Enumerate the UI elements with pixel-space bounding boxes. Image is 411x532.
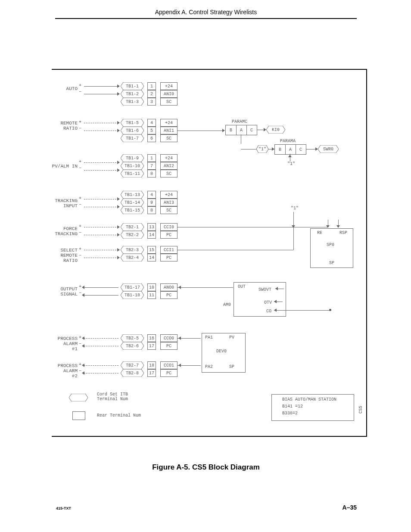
wire-dashed (84, 250, 118, 250)
hex-label: TB1-10 (125, 164, 140, 168)
num-box: 1 (147, 82, 156, 90)
hex-tb1-3: TB1-3 (121, 98, 144, 106)
wire-dashed (84, 131, 118, 131)
num-box: 3 (147, 98, 156, 106)
num-box: 14 (147, 231, 156, 239)
hex-label: TB1-6 (126, 128, 139, 133)
wire-dashed (84, 199, 118, 199)
hex-label: TB1-2 (126, 92, 139, 96)
arrowhead (274, 300, 277, 303)
num-box: 5 (147, 127, 156, 134)
type-box: SC (160, 206, 177, 214)
hex-tb1-5: TB1-5 (121, 119, 144, 127)
arrowhead (336, 225, 340, 228)
arrowhead (178, 336, 181, 340)
wire-dashed (84, 346, 118, 346)
hex-label: TB1-11 (125, 171, 140, 176)
type-box: ANI0 (160, 90, 177, 98)
num-box: 17 (147, 369, 156, 377)
polarity-minus: − (79, 369, 81, 373)
diagram: AUTO + − TB1-1 TB1-2 TB1-3 1 2 3 +24 ANI… (52, 69, 366, 435)
type-box: SC (160, 134, 177, 142)
parama-label: PARAMA (280, 139, 296, 143)
polarity-plus: + (79, 159, 81, 164)
arrowhead (326, 225, 330, 228)
wire-dashed (84, 365, 118, 366)
hex-tb1-2: TB1-2 (121, 90, 144, 98)
hex-label: TB2-1 (126, 225, 139, 230)
wire-dashed (84, 338, 118, 339)
hex-tb2-5: TB2-5 (121, 334, 144, 342)
dev0-pv: PV (229, 335, 234, 340)
sp0-sp: SP (329, 261, 334, 265)
polarity-plus: + (79, 224, 81, 229)
label-remote-ratio: REMOTERATIO (52, 121, 78, 131)
hex-tb2-2: TB2-2 (121, 231, 144, 239)
arrowhead (178, 364, 181, 367)
num-box: 8 (147, 170, 156, 177)
svg-marker-25 (69, 394, 88, 401)
hex-tb2-6: TB2-6 (121, 342, 144, 350)
paramc-b: B (226, 125, 237, 135)
type-box: CCO1 (160, 361, 177, 369)
type-box: CCI1 (160, 246, 177, 254)
info-b141: B141 =12 (282, 404, 303, 409)
label-output-signal: OUTPUTSIGNAL (52, 286, 78, 297)
type-box: PC (160, 231, 177, 239)
am0-co: CO (266, 309, 271, 314)
hex-tb1-9: TB1-9 (121, 154, 144, 162)
wire (177, 227, 328, 227)
type-box: ANI3 (160, 199, 177, 206)
hex-label: TB2-2 (126, 233, 139, 237)
paramc-block: B A C (225, 125, 257, 135)
type-box: +24 (160, 191, 177, 199)
cs5-label: CS5 (358, 406, 363, 414)
label-pv-alm-in: PV/ALM IN (47, 164, 78, 169)
type-box: +24 (160, 82, 177, 90)
info-title: BIAS AUTO/MAN STATION (282, 397, 336, 402)
wire (274, 310, 330, 311)
polarity-plus: + (79, 335, 81, 340)
arrowhead (82, 336, 84, 340)
arrowhead (117, 197, 120, 201)
num-box: 8 (147, 206, 156, 214)
arrowhead (117, 161, 120, 164)
hex-label: TB1-18 (125, 293, 140, 298)
num-box: 15 (147, 246, 156, 254)
hex-tb2-8: TB2-8 (121, 369, 144, 377)
hex-label: KI0 (272, 128, 280, 132)
polarity-plus: + (79, 247, 81, 252)
polarity-minus: − (79, 126, 81, 131)
dev0-pa1: PA1 (205, 335, 213, 340)
figure-caption: Figure A-5. CS5 Block Diagram (55, 463, 357, 472)
hex-swr0: SWR0 (318, 145, 339, 153)
footer-left: 415-TXT (56, 506, 71, 510)
num-box: 18 (147, 361, 156, 369)
wire-dashed (84, 227, 118, 227)
hex-tb2-3: TB2-3 (121, 246, 144, 254)
type-box: SC (160, 170, 177, 177)
paramc-c: C (246, 125, 257, 135)
label-process-alarm-1: PROCESSALARM#1 (52, 336, 78, 352)
num-box: 9 (147, 199, 156, 206)
am0-title: AM0 (223, 302, 231, 307)
hex-label: TB2-5 (126, 336, 139, 341)
arrowhead (274, 308, 277, 312)
hex-ki0: KI0 (266, 126, 285, 134)
hex-tb1-15: TB1-15 (121, 206, 144, 214)
num-box: 11 (147, 291, 156, 299)
type-box: SC (160, 98, 177, 106)
arrowhead (117, 256, 120, 259)
polarity-minus: − (79, 90, 81, 94)
wire (84, 287, 118, 288)
arrowhead (272, 147, 274, 151)
legend-rect (72, 411, 85, 420)
wire (241, 134, 241, 144)
arrowhead (275, 287, 278, 290)
num-box: 13 (147, 223, 156, 231)
am0-otv: OTV (264, 300, 272, 305)
num-box: 6 (147, 134, 156, 142)
polarity-minus: − (79, 253, 81, 258)
sp0-re: RE (317, 230, 322, 235)
hex-tb1-17: TB1-17 (121, 283, 144, 291)
